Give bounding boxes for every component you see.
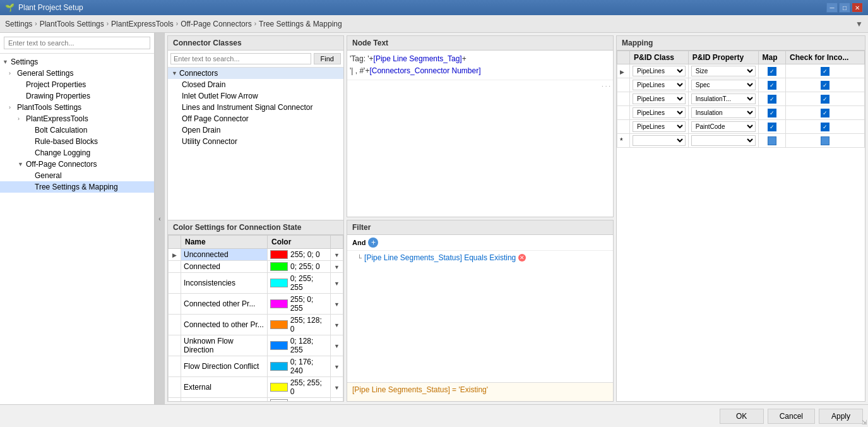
sidebar-item-settings[interactable]: ▼ Settings — [0, 56, 154, 68]
property-select[interactable]: Insulation — [691, 107, 756, 118]
class-cell[interactable]: PipeLines — [630, 92, 689, 106]
breadcrumb-offpage[interactable]: Off-Page Connectors — [181, 20, 252, 28]
property-select[interactable]: Spec — [691, 80, 756, 90]
color-value-cell[interactable]: 255; 255; 0 — [268, 377, 331, 398]
color-dropdown-icon[interactable]: ▼ — [333, 384, 340, 392]
color-dropdown-cell[interactable]: ▼ — [331, 294, 343, 315]
new-map-checkbox[interactable] — [768, 136, 776, 145]
sidebar-item-bolt-calculation[interactable]: Bolt Calculation — [0, 124, 154, 136]
filter-remove-button[interactable]: ✕ — [518, 254, 526, 262]
class-cell[interactable]: PipeLines — [630, 78, 689, 92]
color-dropdown-cell[interactable]: ▼ — [331, 249, 343, 261]
color-dropdown-cell[interactable]: ▼ — [331, 261, 343, 273]
property-select[interactable]: Size — [691, 66, 756, 76]
filter-add-button[interactable]: + — [368, 238, 378, 248]
property-cell[interactable]: Spec — [688, 78, 758, 92]
connector-find-button[interactable]: Find — [314, 53, 341, 64]
inco-check-cell[interactable] — [786, 92, 865, 106]
map-check-cell[interactable] — [758, 64, 785, 78]
sidebar-item-general[interactable]: General — [0, 170, 154, 181]
class-select[interactable]: PipeLines — [633, 66, 686, 76]
inco-checkbox[interactable] — [821, 109, 829, 117]
map-checkbox[interactable] — [768, 67, 776, 76]
map-checkbox[interactable] — [768, 109, 776, 117]
sidebar-item-tree-settings[interactable]: Tree Settings & Mapping — [0, 181, 154, 193]
sidebar-search-input[interactable] — [4, 37, 150, 49]
connector-child-item[interactable]: Lines and Instrument Signal Connector — [168, 102, 343, 113]
property-cell[interactable]: PaintCode — [688, 120, 758, 134]
apply-button[interactable]: Apply — [819, 409, 863, 424]
breadcrumb-settings[interactable]: Settings — [5, 20, 32, 28]
property-cell[interactable] — [688, 134, 758, 148]
breadcrumb-planttools[interactable]: PlantTools Settings — [40, 20, 104, 28]
sidebar-item-rule-based-blocks[interactable]: Rule-based Blocks — [0, 136, 154, 147]
color-dropdown-cell[interactable]: ▼ — [331, 335, 343, 356]
color-value-cell[interactable]: 0; 128; 255 — [268, 335, 331, 356]
color-dropdown-cell[interactable]: ▼ — [331, 398, 343, 402]
connector-child-item[interactable]: Utility Connector — [168, 136, 343, 147]
class-cell[interactable]: PipeLines — [630, 64, 689, 78]
cancel-button[interactable]: Cancel — [768, 409, 815, 424]
inco-check-cell[interactable] — [786, 78, 865, 92]
property-select[interactable]: InsulationT... — [691, 93, 756, 104]
close-button[interactable]: ✕ — [852, 3, 863, 13]
filter-rule-text[interactable]: [Pipe Line Segments_Status] Equals Exist… — [364, 253, 516, 262]
inco-check-cell[interactable] — [786, 120, 865, 134]
minimize-button[interactable]: ─ — [826, 3, 838, 13]
connector-parent-item[interactable]: ▼ Connectors — [168, 68, 343, 79]
inco-check-cell[interactable] — [786, 106, 865, 120]
sidebar-item-project-properties[interactable]: Project Properties — [0, 79, 154, 90]
inco-checkbox[interactable] — [821, 123, 829, 131]
map-checkbox[interactable] — [768, 123, 776, 131]
inco-check-cell[interactable] — [786, 134, 865, 148]
connector-child-item[interactable]: Off Page Connector — [168, 113, 343, 124]
color-value-cell[interactable]: 0; 255; 255 — [268, 273, 331, 294]
class-select[interactable]: PipeLines — [633, 121, 686, 132]
class-select[interactable]: PipeLines — [633, 93, 686, 104]
ok-button[interactable]: OK — [720, 409, 764, 424]
new-inco-checkbox[interactable] — [821, 136, 829, 145]
class-select[interactable]: PipeLines — [633, 80, 686, 90]
sidebar-item-offpage-connectors[interactable]: ▼ Off-Page Connectors — [0, 159, 154, 170]
sidebar-item-general-settings[interactable]: › General Settings — [0, 68, 154, 79]
class-cell[interactable]: PipeLines — [630, 120, 689, 134]
class-select[interactable] — [633, 135, 686, 146]
color-dropdown-icon[interactable]: ▼ — [333, 263, 340, 271]
property-select[interactable] — [691, 135, 756, 146]
property-select[interactable]: PaintCode — [691, 121, 756, 132]
connector-child-item[interactable]: Inlet Outlet Flow Arrow — [168, 90, 343, 102]
map-check-cell[interactable] — [758, 106, 785, 120]
color-dropdown-icon[interactable]: ▼ — [333, 301, 340, 308]
property-cell[interactable]: Size — [688, 64, 758, 78]
color-dropdown-cell[interactable]: ▼ — [331, 356, 343, 377]
inco-check-cell[interactable] — [786, 64, 865, 78]
color-dropdown-icon[interactable]: ▼ — [333, 400, 340, 401]
color-dropdown-icon[interactable]: ▼ — [333, 280, 340, 287]
color-dropdown-cell[interactable]: ▼ — [331, 315, 343, 335]
color-value-cell[interactable]: 0; 255; 0 — [268, 261, 331, 273]
map-check-cell[interactable] — [758, 78, 785, 92]
color-value-cell[interactable]: 255; 0; 0 — [268, 249, 331, 261]
sidebar-item-planttools-settings[interactable]: › PlantTools Settings — [0, 102, 154, 113]
color-dropdown-icon[interactable]: ▼ — [333, 251, 340, 259]
inco-checkbox[interactable] — [821, 67, 829, 76]
property-cell[interactable]: Insulation — [688, 106, 758, 120]
map-check-cell[interactable] — [758, 92, 785, 106]
inco-checkbox[interactable] — [821, 81, 829, 90]
map-checkbox[interactable] — [768, 95, 776, 104]
connector-search-input[interactable] — [170, 53, 311, 64]
inco-checkbox[interactable] — [821, 95, 829, 104]
color-dropdown-icon[interactable]: ▼ — [333, 322, 340, 329]
breadcrumb-plantexpress[interactable]: PlantExpressTools — [111, 20, 174, 28]
sidebar-item-drawing-properties[interactable]: Drawing Properties — [0, 90, 154, 102]
color-value-cell[interactable] — [268, 398, 331, 402]
maximize-button[interactable]: □ — [839, 3, 850, 13]
map-check-cell[interactable] — [758, 134, 785, 148]
color-value-cell[interactable]: 255; 128; 0 — [268, 315, 331, 335]
map-checkbox[interactable] — [768, 81, 776, 90]
class-cell[interactable] — [630, 134, 689, 148]
color-dropdown-icon[interactable]: ▼ — [333, 363, 340, 371]
map-check-cell[interactable] — [758, 120, 785, 134]
class-select[interactable]: PipeLines — [633, 107, 686, 118]
color-value-cell[interactable]: 0; 176; 240 — [268, 356, 331, 377]
